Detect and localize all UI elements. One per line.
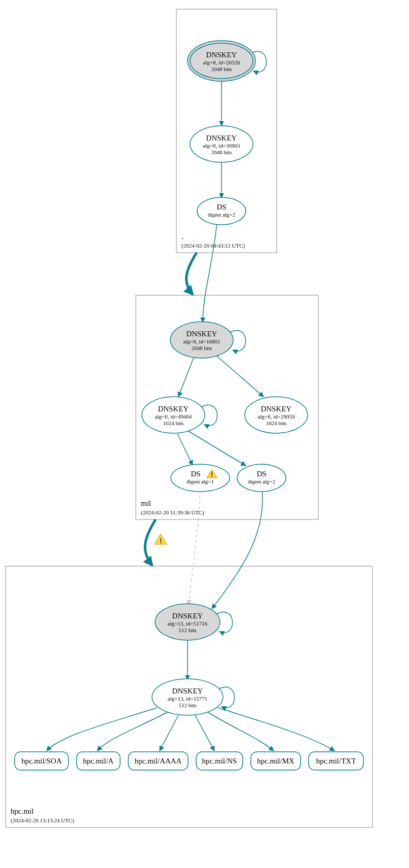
svg-text:DNSKEY: DNSKEY <box>172 612 203 620</box>
zone-hpc-timestamp: (2024-02-20 13:13:24 UTC) <box>11 817 75 824</box>
edge-mil-ds2-to-hpc-ksk <box>212 490 263 609</box>
svg-text:DNSKEY: DNSKEY <box>158 405 189 413</box>
svg-text:DNSKEY: DNSKEY <box>187 330 217 338</box>
zone-mil-timestamp: (2024-02-20 11:39:36 UTC) <box>141 509 204 516</box>
node-hpc-ksk[interactable]: DNSKEY alg=13, id=51716 512 bits <box>155 604 220 640</box>
node-mil-ksk[interactable]: DNSKEY alg=8, id=16801 2048 bits <box>170 322 233 358</box>
node-mil-zsk1[interactable]: DNSKEY alg=8, id=49404 1024 bits <box>142 397 205 433</box>
svg-text:2048 bits: 2048 bits <box>211 149 232 155</box>
svg-text:1024 bits: 1024 bits <box>163 420 184 426</box>
svg-text:hpc.mil/A: hpc.mil/A <box>83 757 114 765</box>
svg-text:DS: DS <box>216 203 226 211</box>
node-rr-aaaa[interactable]: hpc.mil/AAAA <box>128 752 188 770</box>
svg-text:2048 bits: 2048 bits <box>211 66 232 72</box>
edge-root-ds-to-mil-ksk <box>203 223 217 322</box>
node-root-zsk[interactable]: DNSKEY alg=8, id=30903 2048 bits <box>190 126 253 162</box>
svg-point-28 <box>171 464 230 492</box>
edge-hpc-zsk-to-aaaa <box>160 715 178 751</box>
svg-text:alg=8, id=29059: alg=8, id=29059 <box>258 413 295 420</box>
svg-point-32 <box>237 464 286 492</box>
node-rr-a[interactable]: hpc.mil/A <box>77 752 120 770</box>
svg-text:hpc.mil/AAAA: hpc.mil/AAAA <box>135 757 182 765</box>
svg-text:2048 bits: 2048 bits <box>192 345 212 351</box>
svg-text:alg=13, id=51716: alg=13, id=51716 <box>168 620 208 627</box>
svg-text:alg=8, id=16801: alg=8, id=16801 <box>183 338 220 344</box>
warning-icon-delegation: ! <box>155 534 167 545</box>
node-rr-soa[interactable]: hpc.mil/SOA <box>15 752 68 770</box>
zone-hpc-name: hpc.mil <box>11 807 33 815</box>
edge-root-to-mil-delegation <box>187 253 197 294</box>
svg-text:DNSKEY: DNSKEY <box>172 687 203 695</box>
svg-text:digest alg=2: digest alg=2 <box>208 212 235 218</box>
edge-mil-ksk-to-zsk1 <box>178 358 194 397</box>
edge-mil-zsk1-to-ds1 <box>177 434 193 465</box>
svg-text:alg=8, id=20326: alg=8, id=20326 <box>203 59 240 65</box>
svg-text:1024 bits: 1024 bits <box>266 420 287 426</box>
svg-text:hpc.mil/NS: hpc.mil/NS <box>202 757 237 765</box>
node-root-ds[interactable]: DS digest alg=2 <box>197 197 246 225</box>
svg-text:DNSKEY: DNSKEY <box>261 405 292 413</box>
edge-mil-ds1-to-hpc-ksk <box>189 490 200 605</box>
zone-mil-name: mil <box>141 499 151 507</box>
svg-text:512 bits: 512 bits <box>178 627 196 633</box>
zone-root-name: . <box>181 232 183 240</box>
node-rr-mx[interactable]: hpc.mil/MX <box>251 752 301 770</box>
svg-text:digest alg=2: digest alg=2 <box>248 478 275 484</box>
edge-hpc-zsk-to-mx <box>208 712 274 751</box>
edge-hpc-zsk-to-soa <box>47 708 157 751</box>
node-rr-txt[interactable]: hpc.mil/TXT <box>309 752 363 770</box>
edge-mil-zsk1-to-ds2 <box>189 431 246 466</box>
svg-text:512 bits: 512 bits <box>178 702 196 708</box>
svg-text:DNSKEY: DNSKEY <box>206 134 237 142</box>
node-hpc-zsk[interactable]: DNSKEY alg=13, id=15771 512 bits <box>152 679 223 715</box>
svg-text:digest alg=1: digest alg=1 <box>187 478 214 484</box>
edge-hpc-zsk-to-a <box>97 712 167 751</box>
svg-text:DNSKEY: DNSKEY <box>206 51 237 59</box>
svg-text:hpc.mil/MX: hpc.mil/MX <box>257 757 294 765</box>
svg-text:!: ! <box>160 537 162 545</box>
edge-hpc-zsk-to-ns <box>195 715 214 751</box>
svg-text:alg=8, id=30903: alg=8, id=30903 <box>203 143 240 149</box>
svg-point-13 <box>197 197 246 225</box>
node-mil-ds1[interactable]: DS digest alg=1 ! <box>171 464 230 492</box>
svg-text:!: ! <box>211 470 213 478</box>
svg-text:hpc.mil/SOA: hpc.mil/SOA <box>21 757 62 765</box>
svg-text:alg=8, id=49404: alg=8, id=49404 <box>155 413 192 420</box>
svg-text:alg=13, id=15771: alg=13, id=15771 <box>168 696 207 702</box>
node-mil-ds2[interactable]: DS digest alg=2 <box>237 464 286 492</box>
node-rr-ns[interactable]: hpc.mil/NS <box>196 752 243 770</box>
svg-text:DS: DS <box>191 470 200 478</box>
edge-mil-to-hpc-delegation <box>145 519 156 565</box>
node-root-ksk[interactable]: DNSKEY alg=8, id=20326 2048 bits <box>188 41 255 81</box>
svg-text:hpc.mil/TXT: hpc.mil/TXT <box>316 757 356 765</box>
node-mil-zsk2[interactable]: DNSKEY alg=8, id=29059 1024 bits <box>245 397 308 433</box>
edge-hpc-zsk-to-txt <box>218 708 334 751</box>
edge-mil-ksk-to-zsk2 <box>217 356 264 397</box>
svg-text:DS: DS <box>256 470 266 478</box>
